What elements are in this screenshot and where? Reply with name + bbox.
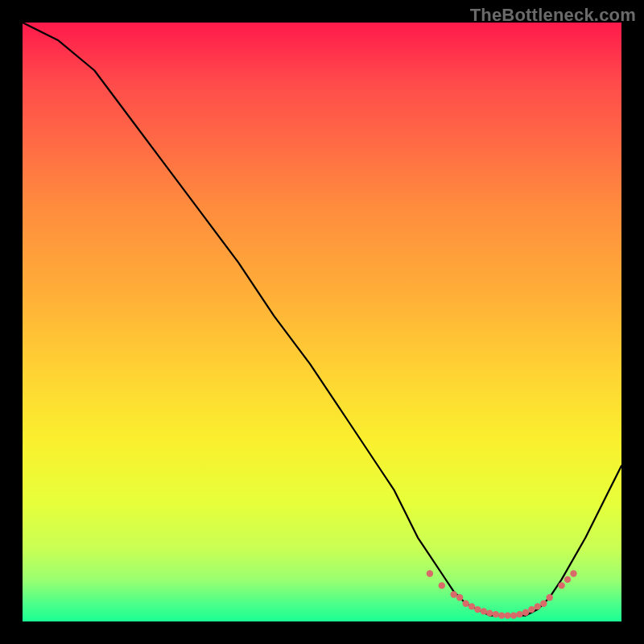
- marker-dot: [498, 612, 505, 618]
- curve-layer: [23, 23, 621, 621]
- marker-dot: [535, 603, 541, 609]
- marker-dot: [564, 576, 571, 583]
- marker-dot: [439, 582, 445, 588]
- marker-dot: [493, 611, 499, 617]
- marker-dot: [570, 570, 576, 576]
- marker-dot: [462, 601, 469, 607]
- marker-dot: [558, 582, 564, 588]
- marker-dot: [510, 612, 517, 618]
- marker-dot: [481, 608, 487, 614]
- marker-dot: [456, 594, 463, 601]
- marker-dot: [474, 606, 481, 613]
- flat-region-markers: [427, 570, 577, 619]
- marker-dot: [451, 591, 457, 597]
- marker-dot: [516, 611, 522, 617]
- bottleneck-curve: [23, 23, 621, 616]
- marker-dot: [504, 612, 510, 618]
- plot-area: [23, 23, 621, 621]
- marker-dot: [528, 606, 535, 613]
- marker-dot: [547, 594, 553, 601]
- marker-dot: [522, 609, 529, 616]
- marker-dot: [469, 603, 475, 609]
- marker-dot: [486, 609, 493, 616]
- marker-dot: [427, 570, 433, 576]
- marker-dot: [540, 601, 547, 607]
- chart-frame: TheBottleneck.com: [0, 0, 644, 644]
